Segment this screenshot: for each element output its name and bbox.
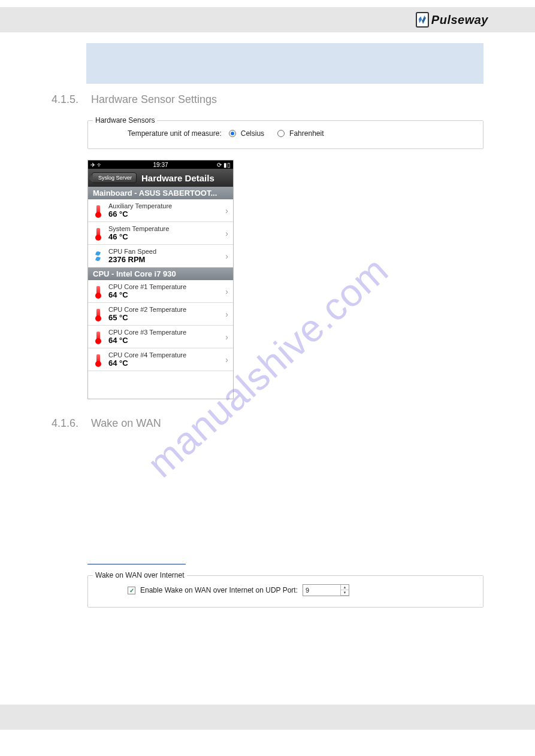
sensor-row-core3[interactable]: CPU Core #3 Temperature 64 °C › [88, 326, 233, 348]
phone-screenshot: ✈ ᯤ 19:37 ⟳ ▮▯ Syslog Server Hardware De… [87, 160, 234, 399]
chevron-right-icon: › [225, 287, 228, 296]
phone-blank-area [88, 371, 233, 399]
section-title: Wake on WAN [91, 417, 161, 430]
temperature-unit-row: Temperature unit of measure: Celsius Fah… [128, 129, 472, 138]
chevron-right-icon: › [225, 332, 228, 342]
back-button[interactable]: Syslog Server [92, 172, 137, 183]
sensor-group-cpu: CPU - Intel Core i7 930 [88, 268, 233, 280]
fieldset-legend: Wake on WAN over Internet [93, 571, 187, 579]
wifi-icon: ᯤ [97, 162, 103, 168]
sensor-value: 65 °C [108, 313, 225, 322]
sensor-label: Auxiliary Temperature [108, 202, 225, 210]
header-bar: Pulseway [0, 7, 535, 32]
callout-block [86, 43, 483, 84]
radio-fahrenheit[interactable] [277, 130, 285, 137]
sensor-value: 64 °C [108, 336, 225, 345]
enable-wake-label: Enable Wake on WAN over Internet on UDP … [140, 586, 298, 594]
sensor-group-mainboard: Mainboard - ASUS SABERTOOT... [88, 187, 233, 199]
battery-icon: ▮▯ [223, 162, 231, 168]
fieldset-legend: Hardware Sensors [93, 116, 157, 125]
sensor-label: CPU Fan Speed [108, 248, 225, 255]
sensor-row-system-temp[interactable]: System Temperature 46 °C › [88, 222, 233, 245]
udp-port-value: 9 [306, 587, 309, 594]
radio-celsius[interactable] [229, 130, 236, 137]
chevron-right-icon: › [225, 251, 228, 261]
chevron-right-icon: › [225, 309, 228, 319]
sensor-value: 64 °C [108, 359, 225, 368]
sensor-row-core2[interactable]: CPU Core #2 Temperature 65 °C › [88, 303, 233, 326]
spinner-up-icon[interactable]: ▲ [341, 585, 349, 590]
chevron-right-icon: › [225, 355, 228, 365]
phone-title-bar: Syslog Server Hardware Details [88, 169, 233, 187]
sensor-label: CPU Core #3 Temperature [108, 329, 225, 336]
hardware-sensors-fieldset: Hardware Sensors Temperature unit of mea… [87, 120, 483, 149]
section-number: 4.1.6. [52, 417, 83, 430]
thermometer-icon [93, 330, 104, 344]
fan-icon [93, 249, 104, 263]
lock-icon: ⟳ [217, 162, 222, 168]
chevron-right-icon: › [225, 206, 228, 215]
section-heading-hardware: 4.1.5. Hardware Sensor Settings [52, 93, 483, 106]
sensor-row-core1[interactable]: CPU Core #1 Temperature 64 °C › [88, 280, 233, 303]
thermometer-icon [93, 226, 104, 241]
section-heading-wake: 4.1.6. Wake on WAN [52, 417, 483, 430]
sensor-row-core4[interactable]: CPU Core #4 Temperature 64 °C › [88, 348, 233, 371]
footer-bar [0, 705, 535, 730]
thermometer-icon [93, 307, 104, 321]
sensor-label: CPU Core #2 Temperature [108, 306, 225, 313]
airplane-icon: ✈ [90, 162, 95, 168]
brand-name: Pulseway [431, 13, 488, 27]
sensor-row-aux-temp[interactable]: Auxiliary Temperature 66 °C › [88, 199, 233, 222]
enable-wake-checkbox[interactable] [128, 587, 135, 594]
thermometer-icon [93, 204, 104, 218]
sensor-value: 2376 RPM [108, 255, 225, 264]
sensor-label: CPU Core #4 Temperature [108, 351, 225, 359]
thermometer-icon [93, 353, 104, 367]
phone-screen-title: Hardware Details [141, 173, 214, 183]
pulseway-logo-icon [416, 12, 429, 28]
section-number: 4.1.5. [52, 93, 83, 106]
divider-line [87, 564, 186, 564]
spinner-buttons[interactable]: ▲ ▼ [340, 585, 349, 596]
section-title: Hardware Sensor Settings [91, 93, 217, 106]
radio-fahrenheit-label: Fahrenheit [289, 129, 324, 138]
temperature-unit-label: Temperature unit of measure: [128, 129, 222, 138]
sensor-value: 66 °C [108, 210, 225, 218]
enable-wake-row: Enable Wake on WAN over Internet on UDP … [128, 584, 472, 596]
sensor-value: 64 °C [108, 290, 225, 299]
udp-port-input[interactable]: 9 ▲ ▼ [303, 584, 349, 596]
sensor-label: System Temperature [108, 225, 225, 232]
spinner-down-icon[interactable]: ▼ [341, 590, 349, 596]
sensor-value: 46 °C [108, 232, 225, 241]
phone-status-bar: ✈ ᯤ 19:37 ⟳ ▮▯ [88, 160, 233, 169]
radio-celsius-label: Celsius [241, 129, 264, 138]
sensor-row-fan-speed[interactable]: CPU Fan Speed 2376 RPM › [88, 245, 233, 268]
wake-on-wan-fieldset: Wake on WAN over Internet Enable Wake on… [87, 575, 483, 608]
brand: Pulseway [416, 12, 488, 28]
thermometer-icon [93, 284, 104, 299]
phone-time: 19:37 [153, 162, 168, 168]
sensor-label: CPU Core #1 Temperature [108, 283, 225, 290]
chevron-right-icon: › [225, 229, 228, 238]
